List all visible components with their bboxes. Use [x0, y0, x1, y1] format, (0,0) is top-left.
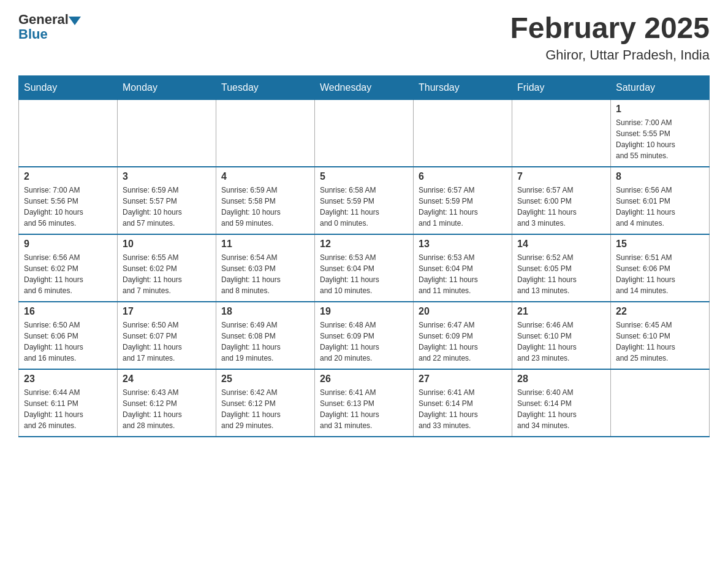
header-monday: Monday [118, 75, 216, 99]
calendar-cell: 28Sunrise: 6:40 AMSunset: 6:14 PMDayligh… [512, 369, 611, 437]
day-number: 18 [221, 306, 309, 317]
calendar-cell: 7Sunrise: 6:57 AMSunset: 6:00 PMDaylight… [512, 167, 611, 234]
day-info: Sunrise: 6:46 AMSunset: 6:10 PMDaylight:… [517, 320, 605, 364]
day-number: 14 [517, 239, 605, 250]
calendar-cell: 11Sunrise: 6:54 AMSunset: 6:03 PMDayligh… [216, 234, 315, 302]
calendar-cell [414, 99, 512, 167]
day-number: 11 [221, 239, 309, 250]
logo-arrow-icon [69, 17, 81, 25]
title-block: February 2025 Ghiror, Uttar Pradesh, Ind… [510, 12, 710, 63]
day-number: 13 [419, 239, 507, 250]
day-number: 25 [221, 373, 309, 385]
week-row-2: 2Sunrise: 7:00 AMSunset: 5:56 PMDaylight… [19, 167, 710, 234]
calendar-cell: 25Sunrise: 6:42 AMSunset: 6:12 PMDayligh… [216, 369, 315, 437]
logo-blue-text: Blue [18, 27, 81, 42]
calendar-cell: 2Sunrise: 7:00 AMSunset: 5:56 PMDaylight… [19, 167, 118, 234]
day-number: 22 [616, 306, 704, 317]
day-info: Sunrise: 7:00 AMSunset: 5:55 PMDaylight:… [616, 117, 704, 161]
day-number: 20 [419, 306, 507, 317]
calendar-cell: 22Sunrise: 6:45 AMSunset: 6:10 PMDayligh… [611, 302, 710, 369]
calendar-cell: 21Sunrise: 6:46 AMSunset: 6:10 PMDayligh… [512, 302, 611, 369]
day-number: 6 [419, 171, 507, 182]
day-info: Sunrise: 6:59 AMSunset: 5:57 PMDaylight:… [123, 185, 211, 229]
day-number: 15 [616, 239, 704, 250]
day-info: Sunrise: 6:48 AMSunset: 6:09 PMDaylight:… [320, 320, 408, 364]
calendar-cell: 17Sunrise: 6:50 AMSunset: 6:07 PMDayligh… [118, 302, 216, 369]
day-info: Sunrise: 6:57 AMSunset: 6:00 PMDaylight:… [517, 185, 605, 229]
calendar-cell: 12Sunrise: 6:53 AMSunset: 6:04 PMDayligh… [315, 234, 414, 302]
day-info: Sunrise: 6:53 AMSunset: 6:04 PMDaylight:… [320, 252, 408, 296]
day-info: Sunrise: 6:53 AMSunset: 6:04 PMDaylight:… [419, 252, 507, 296]
day-number: 12 [320, 239, 408, 250]
day-number: 1 [616, 104, 704, 115]
calendar-cell: 20Sunrise: 6:47 AMSunset: 6:09 PMDayligh… [414, 302, 512, 369]
logo-general-text: General [18, 12, 69, 27]
day-number: 21 [517, 306, 605, 317]
week-row-4: 16Sunrise: 6:50 AMSunset: 6:06 PMDayligh… [19, 302, 710, 369]
day-number: 26 [320, 373, 408, 385]
week-row-3: 9Sunrise: 6:56 AMSunset: 6:02 PMDaylight… [19, 234, 710, 302]
day-info: Sunrise: 6:44 AMSunset: 6:11 PMDaylight:… [24, 387, 112, 431]
calendar-cell: 16Sunrise: 6:50 AMSunset: 6:06 PMDayligh… [19, 302, 118, 369]
day-info: Sunrise: 6:50 AMSunset: 6:06 PMDaylight:… [24, 320, 112, 364]
calendar-cell: 18Sunrise: 6:49 AMSunset: 6:08 PMDayligh… [216, 302, 315, 369]
day-info: Sunrise: 6:40 AMSunset: 6:14 PMDaylight:… [517, 387, 605, 431]
calendar-cell: 24Sunrise: 6:43 AMSunset: 6:12 PMDayligh… [118, 369, 216, 437]
calendar-cell [118, 99, 216, 167]
calendar-cell: 8Sunrise: 6:56 AMSunset: 6:01 PMDaylight… [611, 167, 710, 234]
day-number: 23 [24, 373, 112, 385]
day-number: 28 [517, 373, 605, 385]
day-info: Sunrise: 6:57 AMSunset: 5:59 PMDaylight:… [419, 185, 507, 229]
day-info: Sunrise: 6:56 AMSunset: 6:01 PMDaylight:… [616, 185, 704, 229]
page-header: General Blue February 2025 Ghiror, Uttar… [18, 12, 710, 63]
logo: General Blue [18, 12, 81, 42]
calendar-cell: 10Sunrise: 6:55 AMSunset: 6:02 PMDayligh… [118, 234, 216, 302]
day-info: Sunrise: 6:41 AMSunset: 6:13 PMDaylight:… [320, 387, 408, 431]
day-number: 3 [123, 171, 211, 182]
day-info: Sunrise: 6:50 AMSunset: 6:07 PMDaylight:… [123, 320, 211, 364]
day-info: Sunrise: 6:42 AMSunset: 6:12 PMDaylight:… [221, 387, 309, 431]
week-row-1: 1Sunrise: 7:00 AMSunset: 5:55 PMDaylight… [19, 99, 710, 167]
day-info: Sunrise: 6:49 AMSunset: 6:08 PMDaylight:… [221, 320, 309, 364]
day-info: Sunrise: 6:54 AMSunset: 6:03 PMDaylight:… [221, 252, 309, 296]
day-number: 19 [320, 306, 408, 317]
day-info: Sunrise: 6:58 AMSunset: 5:59 PMDaylight:… [320, 185, 408, 229]
day-number: 9 [24, 239, 112, 250]
day-info: Sunrise: 6:59 AMSunset: 5:58 PMDaylight:… [221, 185, 309, 229]
day-info: Sunrise: 6:43 AMSunset: 6:12 PMDaylight:… [123, 387, 211, 431]
day-info: Sunrise: 6:56 AMSunset: 6:02 PMDaylight:… [24, 252, 112, 296]
day-number: 2 [24, 171, 112, 182]
calendar-cell: 5Sunrise: 6:58 AMSunset: 5:59 PMDaylight… [315, 167, 414, 234]
day-info: Sunrise: 6:45 AMSunset: 6:10 PMDaylight:… [616, 320, 704, 364]
calendar-cell: 15Sunrise: 6:51 AMSunset: 6:06 PMDayligh… [611, 234, 710, 302]
day-number: 4 [221, 171, 309, 182]
calendar-cell: 26Sunrise: 6:41 AMSunset: 6:13 PMDayligh… [315, 369, 414, 437]
day-number: 16 [24, 306, 112, 317]
calendar-cell [216, 99, 315, 167]
calendar-cell: 14Sunrise: 6:52 AMSunset: 6:05 PMDayligh… [512, 234, 611, 302]
calendar-header-row: SundayMondayTuesdayWednesdayThursdayFrid… [19, 75, 710, 99]
header-friday: Friday [512, 75, 611, 99]
calendar-cell [19, 99, 118, 167]
day-info: Sunrise: 6:55 AMSunset: 6:02 PMDaylight:… [123, 252, 211, 296]
day-number: 7 [517, 171, 605, 182]
header-wednesday: Wednesday [315, 75, 414, 99]
day-number: 27 [419, 373, 507, 385]
calendar-cell: 9Sunrise: 6:56 AMSunset: 6:02 PMDaylight… [19, 234, 118, 302]
calendar-table: SundayMondayTuesdayWednesdayThursdayFrid… [18, 75, 710, 438]
calendar-cell [315, 99, 414, 167]
calendar-cell [512, 99, 611, 167]
day-number: 24 [123, 373, 211, 385]
calendar-cell: 4Sunrise: 6:59 AMSunset: 5:58 PMDaylight… [216, 167, 315, 234]
calendar-cell: 3Sunrise: 6:59 AMSunset: 5:57 PMDaylight… [118, 167, 216, 234]
day-info: Sunrise: 6:52 AMSunset: 6:05 PMDaylight:… [517, 252, 605, 296]
day-number: 5 [320, 171, 408, 182]
month-title: February 2025 [510, 12, 710, 45]
day-info: Sunrise: 6:51 AMSunset: 6:06 PMDaylight:… [616, 252, 704, 296]
calendar-cell [611, 369, 710, 437]
day-info: Sunrise: 6:41 AMSunset: 6:14 PMDaylight:… [419, 387, 507, 431]
day-number: 17 [123, 306, 211, 317]
calendar-cell: 1Sunrise: 7:00 AMSunset: 5:55 PMDaylight… [611, 99, 710, 167]
header-saturday: Saturday [611, 75, 710, 99]
calendar-cell: 19Sunrise: 6:48 AMSunset: 6:09 PMDayligh… [315, 302, 414, 369]
